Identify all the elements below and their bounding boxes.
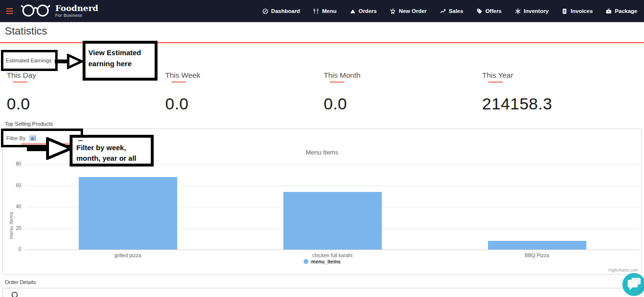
stat-value: 0.0 xyxy=(7,95,165,113)
filter-note-annotation-box: Filter by week, month, year or all xyxy=(70,135,154,166)
nav-item-new-order[interactable]: New Order xyxy=(389,8,426,14)
stat-accent-underline xyxy=(13,82,27,83)
x-category-label: BBQ Pizza xyxy=(525,252,549,258)
brand-name: Foodnerd xyxy=(55,4,98,13)
y-tick-label: 60 xyxy=(7,183,21,188)
invoices-icon xyxy=(561,8,568,14)
page-title: Statistics xyxy=(5,25,47,37)
nav-item-label: Package xyxy=(615,8,637,14)
order-details-label: Order Details xyxy=(5,279,36,285)
navbar-items: DashboardMenuOrdersNew OrderSalesOffersI… xyxy=(262,8,644,14)
y-tick-label: 0 xyxy=(7,247,21,252)
nav-item-invoices[interactable]: Invoices xyxy=(561,8,593,14)
hamburger-menu-icon[interactable] xyxy=(6,8,13,14)
nav-item-package[interactable]: Package xyxy=(606,8,637,14)
stat-label: This Week xyxy=(165,71,324,80)
stat-value: 0.0 xyxy=(324,95,482,113)
y-tick-label: 40 xyxy=(7,204,21,209)
estimated-earnings-annotation-box: Estimated Earnings xyxy=(1,50,58,71)
y-tick-label: 80 xyxy=(7,161,21,166)
chat-widget-button[interactable] xyxy=(621,272,644,297)
nav-item-label: Offers xyxy=(486,8,502,14)
stat-card-this-year: This Year214158.3 xyxy=(482,71,641,113)
inventory-icon xyxy=(515,8,521,14)
nav-item-label: Dashboard xyxy=(271,8,300,14)
nav-item-orders[interactable]: Orders xyxy=(350,8,377,14)
estimated-earnings-label: Estimated Earnings xyxy=(6,58,51,63)
stat-value: 214158.3 xyxy=(482,95,641,113)
stat-label: This Month xyxy=(324,71,482,80)
legend-label: menu_items xyxy=(311,259,340,264)
brand-tagline: For Business xyxy=(55,13,98,18)
nav-item-offers[interactable]: Offers xyxy=(476,8,502,14)
package-icon xyxy=(606,8,612,14)
stat-value: 0.0 xyxy=(165,95,324,113)
stat-label: This Year xyxy=(482,71,641,80)
new-order-icon xyxy=(389,8,396,14)
nav-item-sales[interactable]: Sales xyxy=(440,8,463,14)
bar-grilled-pizza[interactable] xyxy=(79,177,177,249)
filter-note-text: Filter by week, month, year or all xyxy=(76,143,136,162)
y-tick-label: 20 xyxy=(7,226,21,231)
stat-accent-underline xyxy=(171,82,186,83)
earnings-note-annotation-box: View Estimated earning here xyxy=(83,41,158,81)
offers-icon xyxy=(476,8,483,14)
x-category-label: grilled pizza xyxy=(114,252,141,258)
stat-card-this-week: This Week0.0 xyxy=(165,71,324,113)
bar-chicken-full-karahi[interactable] xyxy=(283,192,382,249)
nav-item-label: Invoices xyxy=(571,8,593,14)
gridline xyxy=(25,249,639,250)
menu-icon xyxy=(313,8,319,14)
nav-item-label: New Order xyxy=(399,8,426,14)
orders-icon xyxy=(350,8,356,14)
annotation-arrow-earnings xyxy=(55,54,84,69)
stat-accent-underline xyxy=(488,82,503,83)
nav-item-menu[interactable]: Menu xyxy=(313,8,337,14)
filter-by-label: Filter By xyxy=(6,135,25,141)
nav-item-label: Inventory xyxy=(524,8,549,14)
earnings-note-text: View Estimated earning here xyxy=(88,48,141,68)
stat-accent-underline xyxy=(330,82,344,83)
brand-logo[interactable]: Foodnerd For Business xyxy=(20,3,98,19)
annotation-arrow-filter xyxy=(27,137,73,160)
bar-BBQ-Pizza[interactable] xyxy=(488,241,586,249)
legend-marker-icon xyxy=(304,259,308,264)
x-category-label: chicken full karahi xyxy=(312,252,352,258)
dashboard-icon xyxy=(262,8,268,14)
nav-item-label: Menu xyxy=(322,8,337,14)
glasses-logo-icon xyxy=(20,3,51,19)
order-details-radio[interactable] xyxy=(12,292,18,297)
partial-glyph xyxy=(78,140,83,141)
top-selling-products-label: Top Selling Products xyxy=(5,121,53,127)
nav-item-label: Sales xyxy=(449,8,463,14)
nav-item-label: Orders xyxy=(359,8,377,14)
order-details-panel xyxy=(2,288,642,297)
sales-icon xyxy=(440,8,446,14)
nav-item-dashboard[interactable]: Dashboard xyxy=(262,8,300,14)
navbar-divider xyxy=(0,23,644,23)
nav-item-inventory[interactable]: Inventory xyxy=(515,8,549,14)
stat-card-this-month: This Month0.0 xyxy=(324,71,482,113)
legend-item[interactable]: menu_items xyxy=(3,259,641,264)
top-navbar: Foodnerd For Business DashboardMenuOrder… xyxy=(0,0,644,22)
